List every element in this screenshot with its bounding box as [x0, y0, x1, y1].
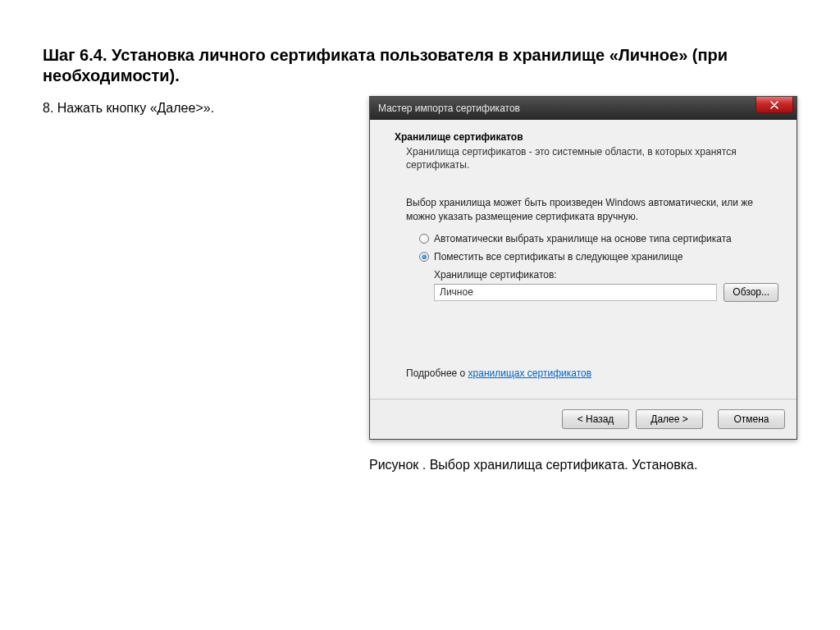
- step-instruction: 8. Нажать кнопку «Далее>».: [43, 96, 354, 116]
- radio-icon: [419, 234, 429, 244]
- back-button[interactable]: < Назад: [562, 409, 629, 429]
- wizard-footer: < Назад Далее > Отмена: [370, 399, 797, 439]
- section-title: Хранилище сертификатов: [395, 131, 778, 143]
- section-description: Хранилища сертификатов - это системные о…: [406, 145, 759, 171]
- window-title: Мастер импорта сертификатов: [378, 103, 520, 114]
- learn-more-link[interactable]: хранилищах сертификатов: [468, 368, 591, 379]
- store-label: Хранилище сертификатов:: [434, 269, 778, 281]
- radio-auto-label: Автоматически выбрать хранилище на основ…: [434, 233, 732, 244]
- close-button[interactable]: [756, 97, 793, 113]
- page-heading: Шаг 6.4. Установка личного сертификата п…: [43, 45, 797, 86]
- radio-manual-row[interactable]: Поместить все сертификаты в следующее хр…: [419, 251, 778, 262]
- titlebar: Мастер импорта сертификатов: [370, 97, 797, 120]
- figure-caption: Рисунок . Выбор хранилища сертификата. У…: [369, 458, 797, 472]
- radio-manual-label: Поместить все сертификаты в следующее хр…: [434, 251, 682, 262]
- radio-icon: [419, 252, 429, 262]
- learn-more: Подробнее о хранилищах сертификатов: [406, 368, 778, 379]
- learn-more-prefix: Подробнее о: [406, 368, 468, 379]
- next-button[interactable]: Далее >: [636, 409, 703, 429]
- cancel-button[interactable]: Отмена: [718, 409, 785, 429]
- browse-button[interactable]: Обзор...: [724, 283, 778, 302]
- wizard-window: Мастер импорта сертификатов Хранилище се…: [369, 96, 797, 440]
- radio-auto-row[interactable]: Автоматически выбрать хранилище на основ…: [419, 233, 778, 244]
- store-input[interactable]: Личное: [434, 284, 717, 301]
- close-icon: [770, 101, 778, 109]
- choice-intro: Выбор хранилища может быть произведен Wi…: [406, 196, 775, 222]
